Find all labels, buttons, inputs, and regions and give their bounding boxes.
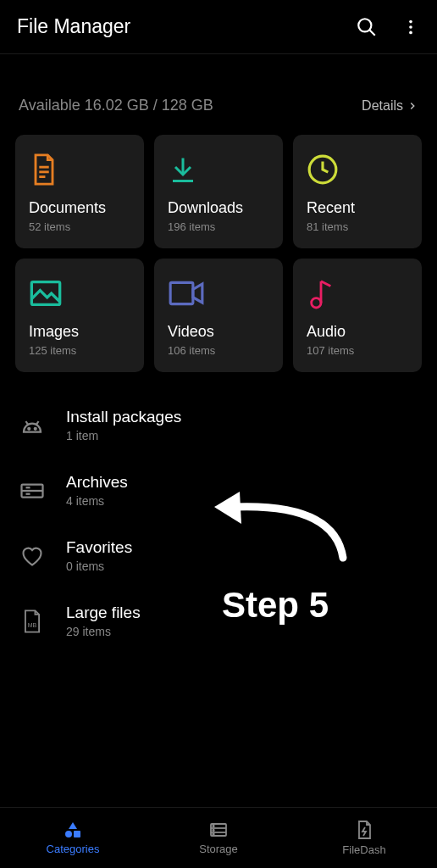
svg-point-2 bbox=[409, 19, 412, 23]
storage-details-link[interactable]: Details bbox=[362, 98, 418, 114]
svg-line-16 bbox=[321, 281, 330, 287]
category-card-downloads[interactable]: Downloads 196 items bbox=[154, 135, 283, 248]
storage-available-text: Available 16.02 GB / 128 GB bbox=[19, 97, 213, 114]
card-title: Videos bbox=[168, 323, 269, 341]
category-card-videos[interactable]: Videos 106 items bbox=[154, 259, 283, 372]
card-title: Recent bbox=[307, 199, 408, 217]
card-subtitle: 106 items bbox=[168, 344, 269, 357]
category-card-audio[interactable]: Audio 107 items bbox=[293, 259, 422, 372]
svg-line-1 bbox=[369, 30, 375, 36]
svg-marker-13 bbox=[193, 284, 202, 303]
bottom-navigation: Categories Storage FileDash bbox=[0, 807, 437, 868]
list-item-archives[interactable]: Archives 4 items bbox=[0, 458, 437, 523]
svg-marker-26 bbox=[69, 822, 77, 829]
card-subtitle: 107 items bbox=[307, 344, 408, 357]
nav-tab-categories[interactable]: Categories bbox=[0, 821, 146, 855]
svg-point-0 bbox=[358, 19, 371, 31]
header-actions bbox=[356, 16, 420, 38]
card-subtitle: 81 items bbox=[307, 220, 408, 233]
list-item-title: Archives bbox=[66, 473, 128, 492]
svg-rect-28 bbox=[74, 831, 80, 837]
list-item-subtitle: 1 item bbox=[66, 429, 181, 442]
card-title: Documents bbox=[29, 199, 130, 217]
svg-point-19 bbox=[28, 427, 30, 429]
image-icon bbox=[29, 275, 130, 311]
card-subtitle: 196 items bbox=[168, 220, 269, 233]
search-icon bbox=[356, 16, 378, 38]
category-card-recent[interactable]: Recent 81 items bbox=[293, 135, 422, 248]
svg-text:MB: MB bbox=[28, 621, 37, 627]
nav-tab-storage[interactable]: Storage bbox=[146, 821, 291, 855]
audio-icon bbox=[307, 275, 408, 311]
svg-point-27 bbox=[65, 831, 72, 837]
chevron-right-icon bbox=[407, 100, 418, 112]
svg-point-34 bbox=[213, 833, 214, 835]
list-item-subtitle: 4 items bbox=[66, 494, 128, 508]
list-item-subtitle: 29 items bbox=[66, 625, 141, 638]
nav-label: Categories bbox=[47, 843, 100, 855]
svg-point-33 bbox=[213, 830, 214, 832]
file-mb-icon: MB bbox=[19, 609, 46, 634]
storage-info-row: Available 16.02 GB / 128 GB Details bbox=[0, 54, 437, 135]
list-item-title: Favorites bbox=[66, 538, 132, 557]
app-header: File Manager bbox=[0, 0, 437, 54]
category-card-documents[interactable]: Documents 52 items bbox=[15, 135, 144, 248]
card-subtitle: 125 items bbox=[29, 344, 130, 357]
svg-point-32 bbox=[213, 826, 214, 827]
list-item-install-packages[interactable]: Install packages 1 item bbox=[0, 392, 437, 458]
search-button[interactable] bbox=[356, 16, 378, 38]
details-label: Details bbox=[362, 98, 403, 114]
svg-line-18 bbox=[36, 421, 39, 425]
list-item-favorites[interactable]: Favorites 0 items bbox=[0, 523, 437, 588]
video-icon bbox=[168, 275, 269, 311]
card-title: Audio bbox=[307, 323, 408, 341]
category-list: Install packages 1 item Archives 4 items… bbox=[0, 372, 437, 654]
list-item-large-files[interactable]: MB Large files 29 items bbox=[0, 588, 437, 654]
more-vertical-icon bbox=[401, 18, 420, 36]
svg-point-20 bbox=[35, 427, 36, 429]
svg-line-17 bbox=[26, 421, 29, 425]
android-icon bbox=[19, 415, 46, 437]
app-title: File Manager bbox=[17, 15, 130, 38]
more-button[interactable] bbox=[401, 18, 420, 36]
svg-point-14 bbox=[312, 298, 321, 308]
category-card-images[interactable]: Images 125 items bbox=[15, 259, 144, 372]
svg-rect-12 bbox=[170, 282, 193, 303]
nav-tab-filedash[interactable]: FileDash bbox=[291, 820, 437, 856]
card-subtitle: 52 items bbox=[29, 220, 130, 233]
list-item-subtitle: 0 items bbox=[66, 559, 132, 573]
archive-icon bbox=[19, 481, 46, 500]
filedash-icon bbox=[355, 820, 373, 840]
document-icon bbox=[29, 152, 130, 187]
nav-label: FileDash bbox=[342, 843, 385, 856]
list-item-title: Large files bbox=[66, 604, 141, 622]
svg-point-4 bbox=[409, 31, 412, 34]
heart-icon bbox=[19, 545, 46, 567]
nav-label: Storage bbox=[199, 843, 238, 855]
categories-icon bbox=[63, 821, 83, 839]
storage-icon bbox=[208, 821, 229, 839]
clock-icon bbox=[307, 152, 408, 187]
download-icon bbox=[168, 152, 269, 187]
card-title: Images bbox=[29, 323, 130, 341]
svg-point-3 bbox=[409, 25, 412, 29]
card-title: Downloads bbox=[168, 199, 269, 217]
category-grid: Documents 52 items Downloads 196 items R… bbox=[0, 135, 437, 372]
list-item-title: Install packages bbox=[66, 408, 181, 426]
